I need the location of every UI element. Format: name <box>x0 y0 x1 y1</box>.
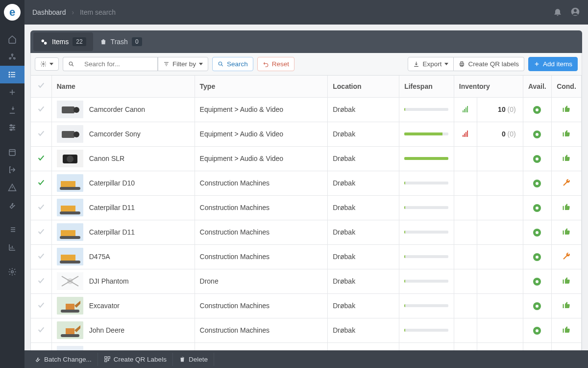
row-check[interactable] <box>31 220 51 244</box>
export-button[interactable]: Export <box>408 57 454 71</box>
thumbs-up-icon <box>562 154 571 162</box>
nav-sliders-icon[interactable] <box>0 119 24 136</box>
row-check[interactable] <box>31 318 51 342</box>
col-name[interactable]: Name <box>51 76 195 97</box>
undo-icon <box>263 61 269 67</box>
row-check[interactable] <box>31 244 51 269</box>
item-cond <box>551 269 581 293</box>
tab-trash-label: Trash <box>111 38 128 46</box>
breadcrumb-root[interactable]: Dashboard <box>32 8 66 16</box>
item-inventory <box>477 293 523 318</box>
inventory-sub: (0) <box>508 105 516 113</box>
item-type: Construction Machines <box>195 195 328 220</box>
row-check[interactable] <box>31 171 51 195</box>
table-row[interactable]: John DeereConstruction MachinesDrøbak <box>31 318 582 342</box>
table-row[interactable]: Caterpillar D11Construction MachinesDrøb… <box>31 195 582 220</box>
item-thumbnail <box>57 101 83 118</box>
item-cond <box>551 293 581 318</box>
item-cond <box>551 146 581 171</box>
reset-button[interactable]: Reset <box>257 57 294 71</box>
avatar-icon[interactable] <box>570 7 580 18</box>
table-row[interactable]: ExcavatorConstruction MachinesDrøbak <box>31 293 582 318</box>
table-row[interactable]: Caterpillar D11Construction MachinesDrøb… <box>31 220 582 244</box>
filter-button[interactable]: Filter by <box>158 57 208 71</box>
item-inventory <box>477 195 523 220</box>
svg-rect-60 <box>61 230 75 236</box>
delete-button[interactable]: Delete <box>173 353 214 366</box>
search-input[interactable] <box>79 57 158 71</box>
nav-chart-icon[interactable] <box>0 238 24 256</box>
trash-icon <box>100 38 107 45</box>
col-type[interactable]: Type <box>195 76 328 97</box>
table-row[interactable]: Camcorder CanonEquipment > Audio & Video… <box>31 97 582 122</box>
nav-list-icon[interactable] <box>0 66 24 83</box>
search-icon <box>218 61 224 67</box>
item-signal <box>454 293 477 318</box>
row-check[interactable] <box>31 122 51 146</box>
item-signal <box>454 122 477 146</box>
svg-rect-74 <box>61 334 79 337</box>
nav-settings-icon[interactable] <box>0 263 24 281</box>
table-row[interactable]: DJI PhantomDroneDrøbak <box>31 269 582 293</box>
tab-items[interactable]: Items 22 <box>33 32 93 51</box>
item-avail <box>523 122 551 146</box>
filter-icon <box>163 61 170 67</box>
table-row[interactable]: Caterpillar D10Construction MachinesDrøb… <box>31 171 582 195</box>
table-row[interactable]: Camcorder SonyEquipment > Audio & VideoD… <box>31 122 582 146</box>
sidebar: e <box>0 0 24 368</box>
col-check[interactable] <box>31 76 51 97</box>
item-type: Construction Machines <box>195 318 328 342</box>
row-check[interactable] <box>31 293 51 318</box>
nav-list2-icon[interactable] <box>0 221 24 238</box>
qr-label: Create QR labels <box>468 60 519 68</box>
logo[interactable]: e <box>4 4 21 21</box>
gear-icon <box>40 61 47 67</box>
item-inventory: 0 (0) <box>477 122 523 146</box>
col-cond[interactable]: Cond. <box>551 76 581 97</box>
row-check[interactable] <box>31 269 51 293</box>
table-row[interactable]: Canon SLREquipment > Audio & VideoDrøbak <box>31 146 582 171</box>
col-avail[interactable]: Avail. <box>523 76 551 97</box>
qr-labels-button[interactable]: Create QR labels <box>454 57 524 71</box>
table-row[interactable]: D475AConstruction MachinesDrøbak <box>31 244 582 269</box>
search-button[interactable]: Search <box>212 57 253 71</box>
col-location[interactable]: Location <box>328 76 399 97</box>
item-signal <box>454 97 477 122</box>
nav-home-icon[interactable] <box>0 30 24 48</box>
bell-icon[interactable] <box>553 7 563 18</box>
tab-trash-count: 0 <box>132 37 142 46</box>
item-name: Camcorder Sony <box>89 130 141 138</box>
footer-qr-label: Create QR Labels <box>114 356 167 363</box>
item-lifespan <box>399 318 454 342</box>
nav-import-icon[interactable] <box>0 101 24 119</box>
nav-module-icon[interactable] <box>0 48 24 66</box>
item-cond <box>551 97 581 122</box>
row-check[interactable] <box>31 195 51 220</box>
avail-dot-icon <box>533 302 541 310</box>
item-cond <box>551 318 581 342</box>
settings-dropdown[interactable] <box>35 57 59 71</box>
tab-trash[interactable]: Trash 0 <box>93 32 149 51</box>
svg-rect-80 <box>105 360 107 362</box>
topbar: Dashboard › Item search <box>24 0 588 25</box>
col-inventory[interactable]: Inventory <box>454 76 523 97</box>
row-check[interactable] <box>31 146 51 171</box>
search-icon-btn[interactable] <box>63 57 79 71</box>
footer-qr-button[interactable]: Create QR Labels <box>98 353 173 366</box>
item-lifespan <box>399 269 454 293</box>
add-items-button[interactable]: Add items <box>528 57 578 71</box>
nav-logout-icon[interactable] <box>0 161 24 179</box>
item-signal <box>454 171 477 195</box>
batch-change-button[interactable]: Batch Change... <box>28 353 98 366</box>
thumbs-up-icon <box>562 301 571 310</box>
col-lifespan[interactable]: Lifespan <box>399 76 454 97</box>
nav-alert-icon[interactable] <box>0 179 24 196</box>
avail-dot-icon <box>533 229 541 237</box>
svg-point-0 <box>12 54 13 55</box>
thumbs-up-icon <box>562 276 571 285</box>
row-check[interactable] <box>31 97 51 122</box>
thumbs-up-icon <box>562 105 571 113</box>
nav-add-icon[interactable] <box>0 83 24 101</box>
nav-wrench-icon[interactable] <box>0 196 24 214</box>
nav-calendar-icon[interactable] <box>0 143 24 161</box>
